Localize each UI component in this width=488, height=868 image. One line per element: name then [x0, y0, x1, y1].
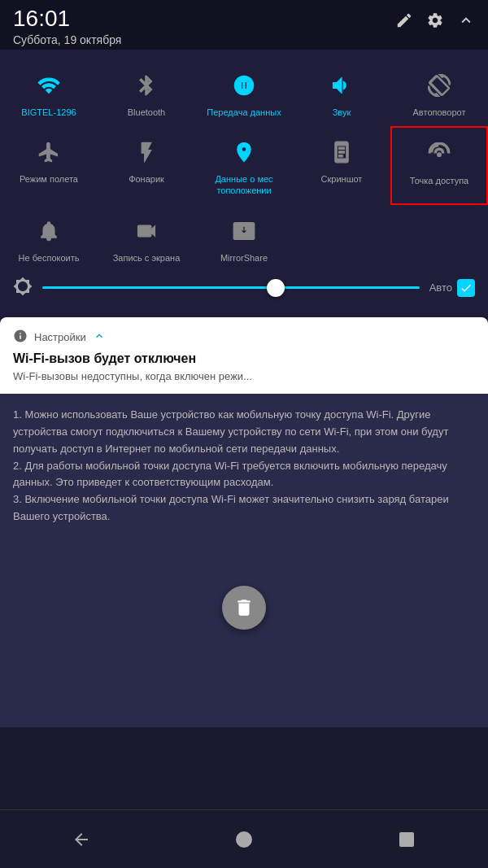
trash-icon — [233, 597, 255, 618]
brightness-icon — [13, 277, 33, 299]
edit-icon — [395, 11, 413, 29]
collapse-icon[interactable] — [457, 11, 475, 29]
content-text: 1. Можно использовать Ваше устройство ка… — [13, 407, 475, 526]
notification-body: Wi-Fi-вызовы недоступны, когда включен р… — [13, 369, 475, 384]
toggle-location-label: Данные о мес тоположении — [198, 173, 290, 197]
toggle-data-label: Передача данных — [207, 107, 281, 118]
delete-fab-button[interactable] — [222, 586, 266, 630]
toggle-sound-label: Звук — [333, 107, 351, 118]
notification-source: Настройки — [34, 331, 86, 343]
recents-icon — [397, 830, 416, 849]
donotdisturb-icon — [31, 213, 67, 249]
status-date: Суббота, 19 октября — [13, 33, 121, 46]
sound-icon — [324, 68, 359, 103]
screenshot-icon — [324, 134, 359, 170]
torch-icon — [129, 134, 164, 170]
toggle-hotspot[interactable]: Точка доступа — [390, 126, 488, 205]
airplane-icon — [31, 134, 67, 170]
toggle-screenrecord-label: Запись с экрана — [113, 252, 181, 264]
settings-icon[interactable] — [426, 11, 444, 29]
hotspot-icon — [421, 136, 457, 172]
home-button[interactable] — [220, 822, 268, 857]
toggle-torch[interactable]: Фонарик — [98, 126, 195, 205]
toggle-dnd-label: Не беспокоить — [19, 252, 80, 264]
toggle-donotdisturb[interactable]: Не беспокоить — [0, 205, 98, 272]
quick-settings-panel: BIGTEL-1296 Bluetooth Передача данных Зв… — [0, 50, 488, 317]
toggle-screenrecord[interactable]: Запись с экрана — [98, 205, 195, 272]
content-area: 1. Можно использовать Ваше устройство ка… — [0, 394, 488, 727]
notification-header: Настройки — [13, 329, 475, 347]
toggle-sound[interactable]: Звук — [293, 59, 390, 126]
back-icon — [72, 830, 91, 849]
back-button[interactable] — [57, 822, 106, 857]
toggle-grid: BIGTEL-1296 Bluetooth Передача данных Зв… — [0, 59, 488, 272]
brightness-auto[interactable]: Авто — [429, 279, 475, 297]
toggle-airplane-label: Режим полета — [20, 173, 78, 185]
toggle-location[interactable]: Данные о мес тоположении — [195, 126, 293, 205]
screenrecord-icon — [129, 213, 164, 249]
toggle-screenshot[interactable]: Скриншот — [293, 126, 390, 205]
autorotate-icon — [421, 68, 457, 103]
bluetooth-icon — [129, 68, 164, 103]
toggle-wifi-label: BIGTEL-1296 — [21, 107, 76, 118]
toggle-hotspot-label: Точка доступа — [410, 175, 468, 186]
svg-rect-1 — [400, 833, 413, 846]
mirrorshare-icon — [226, 213, 262, 249]
notification-card: Настройки Wi-Fi-вызов будет отключен Wi-… — [0, 317, 488, 394]
data-icon — [226, 68, 262, 103]
wifi-icon — [31, 68, 67, 103]
location-icon — [226, 134, 262, 170]
toggle-mirrorshare[interactable]: MirrorShare — [195, 205, 293, 272]
toggle-bluetooth[interactable]: Bluetooth — [98, 59, 195, 126]
toggle-data[interactable]: Передача данных — [195, 59, 293, 126]
toggle-torch-label: Фонарик — [129, 173, 164, 185]
brightness-row: Авто — [0, 272, 488, 309]
toggle-autorotate-label: Автоповорот — [413, 107, 466, 118]
navigation-bar — [0, 809, 488, 868]
svg-point-0 — [237, 832, 251, 847]
notification-info-icon — [13, 329, 28, 347]
toggle-screenshot-label: Скриншот — [321, 173, 363, 185]
toggle-autorotate[interactable]: Автоповорот — [390, 59, 488, 126]
notification-title: Wi-Fi-вызов будет отключен — [13, 351, 475, 366]
brightness-auto-label: Авто — [429, 281, 452, 294]
toggle-wifi[interactable]: BIGTEL-1296 — [0, 59, 98, 126]
toggle-airplane[interactable]: Режим полета — [0, 126, 98, 205]
brightness-slider[interactable] — [42, 280, 420, 296]
recents-button[interactable] — [382, 822, 431, 857]
auto-checkbox[interactable] — [457, 279, 475, 297]
toggle-bluetooth-label: Bluetooth — [128, 107, 165, 118]
status-bar: 16:01 Суббота, 19 октября — [0, 0, 488, 50]
status-icons — [395, 7, 475, 29]
status-time: 16:01 — [13, 7, 121, 32]
home-icon — [234, 830, 254, 849]
notification-chevron-icon[interactable] — [93, 329, 106, 346]
toggle-mirrorshare-label: MirrorShare — [220, 252, 268, 264]
